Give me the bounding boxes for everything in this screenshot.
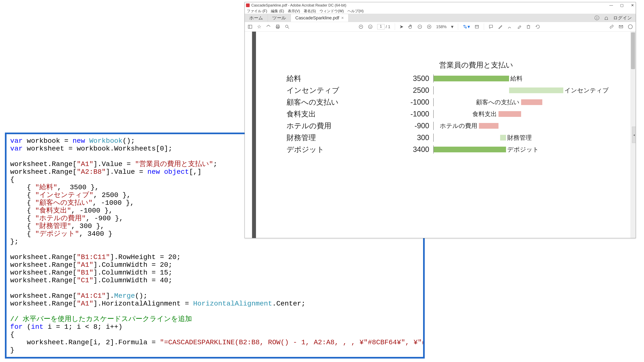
home-icon[interactable] xyxy=(266,24,271,29)
bar xyxy=(434,76,509,81)
svg-point-7 xyxy=(359,25,363,29)
row-label: 食料支出 xyxy=(286,109,392,119)
zoom-dropdown-icon[interactable]: ▾ xyxy=(451,24,454,30)
right-panel-toggle[interactable]: ◂ xyxy=(632,127,636,143)
sidebar-toggle-icon[interactable] xyxy=(248,24,252,29)
bar-track: インセンティブ xyxy=(433,86,584,94)
svg-rect-2 xyxy=(276,25,279,26)
rotate-icon[interactable] xyxy=(536,24,540,29)
row-value: 300 xyxy=(392,133,433,142)
menu-sign[interactable]: 著名(S) xyxy=(304,9,316,14)
link-icon[interactable] xyxy=(609,24,614,29)
svg-point-21 xyxy=(628,25,632,29)
fit-width-icon[interactable]: ▾ xyxy=(462,24,470,30)
pdf-page: 営業員の費用と支払い 給料3500給料インセンティブ2500インセンティブ顧客へ… xyxy=(256,32,632,238)
titlebar: CascadeSparkline.pdf - Adobe Acrobat Rea… xyxy=(245,2,636,8)
tab-row: ホーム ツール CascadeSparkline.pdf × ⓘ ログイン xyxy=(245,14,636,22)
row-value: -1000 xyxy=(392,110,433,118)
left-rail[interactable] xyxy=(245,32,252,238)
chart-row: 顧客への支払い-1000顧客への支払い xyxy=(286,96,601,108)
bar-track: 食料支出 xyxy=(433,110,584,118)
row-label: 財務管理 xyxy=(286,133,392,143)
content-area: 営業員の費用と支払い 給料3500給料インセンティブ2500インセンティブ顧客へ… xyxy=(245,32,636,238)
row-label: 給料 xyxy=(286,74,392,84)
row-value: -900 xyxy=(392,122,433,130)
star-icon[interactable]: ☆ xyxy=(257,24,262,30)
svg-rect-15 xyxy=(475,25,478,28)
svg-point-5 xyxy=(286,25,288,28)
bar-track: 給料 xyxy=(433,75,584,83)
svg-rect-17 xyxy=(527,26,530,28)
bar-label: 顧客への支払い xyxy=(476,99,520,105)
menu-help[interactable]: ヘルプ(H) xyxy=(348,9,364,14)
bar xyxy=(500,135,506,141)
page-viewport[interactable]: 営業員の費用と支払い 給料3500給料インセンティブ2500インセンティブ顧客へ… xyxy=(252,32,636,238)
bar xyxy=(434,147,506,152)
mail-icon[interactable] xyxy=(618,24,624,29)
tab-home[interactable]: ホーム xyxy=(245,14,268,22)
menu-window[interactable]: ウィンドウ(W) xyxy=(320,9,344,14)
reading-mode-icon[interactable] xyxy=(474,24,479,29)
menu-file[interactable]: ファイル (F) xyxy=(247,9,267,14)
bar-label: 財務管理 xyxy=(507,135,532,141)
scroll-thumb[interactable] xyxy=(631,33,635,69)
window-title: CascadeSparkline.pdf - Adobe Acrobat Rea… xyxy=(251,3,346,8)
bar xyxy=(509,88,563,93)
bar-track: 顧客への支払い xyxy=(433,98,584,106)
minimize-button[interactable]: — xyxy=(609,3,613,8)
svg-point-8 xyxy=(368,25,372,29)
zoom-value[interactable]: 158% xyxy=(436,25,446,29)
page-current[interactable]: 1 xyxy=(377,24,384,29)
erase-icon[interactable] xyxy=(517,24,522,29)
menu-view[interactable]: 表示(V) xyxy=(288,9,300,14)
profile-icon[interactable] xyxy=(628,24,633,29)
page-up-icon[interactable] xyxy=(358,24,363,29)
chart-row: インセンティブ2500インセンティブ xyxy=(286,84,601,96)
comment-icon[interactable] xyxy=(488,24,494,29)
bar-label: 食料支出 xyxy=(472,111,497,117)
close-tab-icon[interactable]: × xyxy=(341,15,344,21)
menu-edit[interactable]: 編集 (E) xyxy=(271,9,284,14)
svg-rect-0 xyxy=(248,25,252,28)
row-label: 顧客への支払い xyxy=(286,97,392,107)
print-icon[interactable] xyxy=(275,24,280,29)
row-label: ホテルの費用 xyxy=(286,121,392,131)
highlight-icon[interactable] xyxy=(498,24,503,29)
zoom-out-icon[interactable] xyxy=(418,24,422,29)
bar-label: インセンティブ xyxy=(564,88,609,93)
pointer-icon[interactable]: ➤ xyxy=(400,24,404,30)
toolbar: ☆ 1 / 1 ➤ 158%▾ ▾ xyxy=(245,22,636,32)
bar xyxy=(521,99,542,105)
chart-row: 食料支出-1000食料支出 xyxy=(286,108,601,120)
tab-document[interactable]: CascadeSparkline.pdf × xyxy=(291,14,348,22)
page-indicator[interactable]: 1 / 1 xyxy=(377,24,390,29)
close-button[interactable]: ✕ xyxy=(630,3,634,8)
acrobat-app-icon xyxy=(246,4,250,7)
draw-icon[interactable] xyxy=(507,24,512,29)
page-down-icon[interactable] xyxy=(368,24,373,29)
cascade-chart: 給料3500給料インセンティブ2500インセンティブ顧客への支払い-1000顧客… xyxy=(286,73,601,155)
search-icon[interactable] xyxy=(285,24,290,29)
help-icon[interactable]: ⓘ xyxy=(594,15,599,21)
svg-rect-14 xyxy=(464,26,466,28)
chart-title: 営業員の費用と支払い xyxy=(401,60,552,70)
delete-icon[interactable] xyxy=(526,24,531,29)
acrobat-window: CascadeSparkline.pdf - Adobe Acrobat Rea… xyxy=(244,2,636,238)
maximize-button[interactable]: ▢ xyxy=(620,3,624,8)
bar-track: 財務管理 xyxy=(433,134,584,142)
page-total: / 1 xyxy=(386,25,390,29)
login-link[interactable]: ログイン xyxy=(613,15,632,21)
chart-row: 給料3500給料 xyxy=(286,73,601,84)
row-value: 2500 xyxy=(392,86,433,95)
bar-track: デポジット xyxy=(433,145,584,154)
row-value: -1000 xyxy=(392,98,433,107)
tab-tools[interactable]: ツール xyxy=(268,14,291,22)
bell-icon[interactable] xyxy=(604,16,609,21)
bar-label: デポジット xyxy=(507,147,539,152)
zoom-in-icon[interactable] xyxy=(427,24,432,29)
row-value: 3500 xyxy=(392,74,433,83)
hand-icon[interactable] xyxy=(408,24,413,29)
kw-var: var xyxy=(10,137,22,145)
chart-row: ホテルの費用-900ホテルの費用 xyxy=(286,120,601,132)
row-value: 3400 xyxy=(392,145,433,154)
